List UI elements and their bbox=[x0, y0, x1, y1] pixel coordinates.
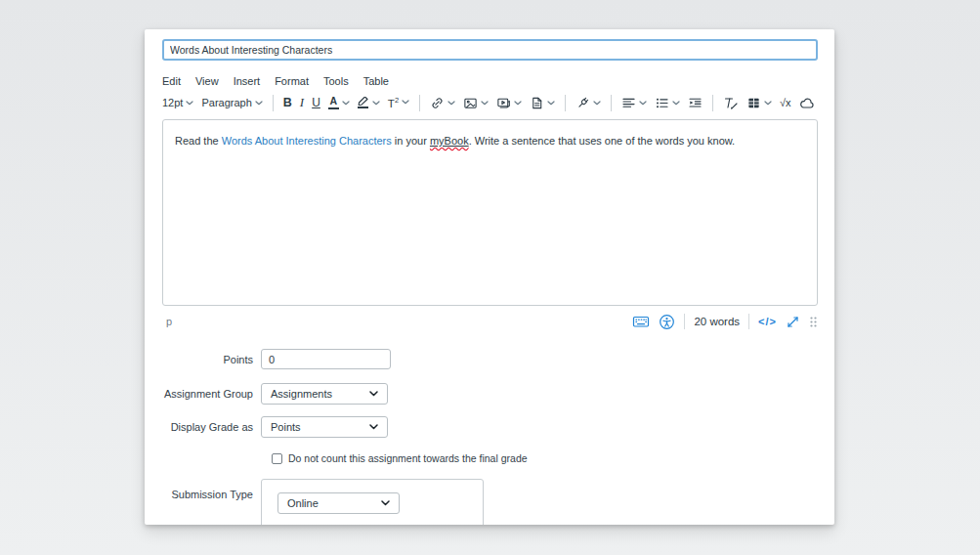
toolbar-separator bbox=[712, 95, 713, 111]
statusbar-separator bbox=[748, 314, 749, 329]
bold-button[interactable]: B bbox=[279, 93, 296, 112]
editor-toolbar: 12pt Paragraph B I U A bbox=[158, 90, 819, 115]
menu-format[interactable]: Format bbox=[275, 75, 309, 87]
editor-text: Read the bbox=[175, 135, 222, 147]
chevron-down-icon bbox=[369, 391, 378, 397]
editor-text: in your bbox=[392, 135, 430, 147]
omit-final-grade-checkbox[interactable] bbox=[272, 453, 282, 464]
images-dropdown[interactable] bbox=[459, 93, 492, 113]
statusbar-separator bbox=[684, 314, 685, 329]
menu-view[interactable]: View bbox=[195, 75, 219, 87]
rich-text-editor-body[interactable]: Read the Words About Interesting Charact… bbox=[162, 119, 818, 306]
editor-text: . Write a sentence that uses one of the … bbox=[469, 135, 736, 147]
word-count-label: 20 words bbox=[694, 316, 740, 327]
chevron-down-icon bbox=[255, 101, 263, 106]
text-color-icon: A bbox=[328, 96, 339, 109]
omit-final-grade-row: Do not count this assignment towards the… bbox=[272, 452, 528, 464]
list-dropdown[interactable] bbox=[651, 93, 684, 113]
underline-icon: U bbox=[312, 96, 320, 109]
indent-icon bbox=[688, 96, 703, 110]
text-color-dropdown[interactable]: A bbox=[324, 93, 354, 112]
bold-icon: B bbox=[283, 96, 292, 109]
menu-edit[interactable]: Edit bbox=[162, 75, 181, 87]
font-size-label: 12pt bbox=[162, 97, 183, 108]
element-path-label[interactable]: p bbox=[162, 316, 172, 327]
toolbar-separator bbox=[565, 95, 566, 111]
font-size-dropdown[interactable]: 12pt bbox=[158, 94, 197, 111]
chevron-down-icon bbox=[481, 101, 489, 106]
chevron-down-icon bbox=[402, 100, 409, 105]
apps-dropdown[interactable] bbox=[572, 93, 605, 113]
link-dropdown[interactable] bbox=[426, 93, 459, 113]
keyboard-shortcuts-icon[interactable] bbox=[632, 314, 650, 329]
chevron-down-icon bbox=[764, 101, 772, 106]
italic-button[interactable]: I bbox=[296, 92, 308, 113]
html-editor-icon[interactable]: </> bbox=[758, 316, 777, 327]
editor-underlined-word: myBook bbox=[430, 135, 469, 147]
resize-drag-handle-icon[interactable] bbox=[809, 316, 818, 328]
assignment-title-input[interactable] bbox=[162, 39, 818, 61]
accessibility-checker-icon[interactable] bbox=[659, 314, 675, 330]
highlighter-icon bbox=[358, 97, 369, 108]
toolbar-separator bbox=[419, 95, 420, 111]
image-icon bbox=[463, 96, 478, 110]
table-icon bbox=[746, 96, 761, 110]
alignment-dropdown[interactable] bbox=[618, 93, 651, 113]
toolbar-separator bbox=[273, 95, 274, 111]
assignment-group-label: Assignment Group bbox=[145, 383, 253, 405]
chevron-down-icon bbox=[547, 101, 555, 106]
submission-type-panel: Online bbox=[261, 479, 484, 525]
equation-icon: √x bbox=[780, 97, 791, 108]
points-label: Points bbox=[145, 349, 253, 370]
highlight-color-dropdown[interactable] bbox=[354, 94, 384, 111]
underline-button[interactable]: U bbox=[308, 93, 324, 112]
omit-final-grade-label: Do not count this assignment towards the… bbox=[288, 452, 528, 464]
points-input[interactable] bbox=[261, 349, 391, 369]
chevron-down-icon bbox=[447, 101, 455, 106]
chevron-down-icon bbox=[672, 101, 680, 106]
fullscreen-expand-icon[interactable] bbox=[786, 315, 800, 329]
submission-type-label: Submission Type bbox=[145, 484, 253, 505]
editor-menubar: Edit View Insert Format Tools Table bbox=[162, 75, 389, 87]
chevron-down-icon bbox=[593, 101, 601, 106]
assignment-group-select[interactable]: Assignments bbox=[261, 383, 388, 405]
chevron-down-icon bbox=[372, 101, 380, 106]
plug-icon bbox=[575, 96, 590, 110]
link-icon bbox=[430, 96, 445, 110]
clear-formatting-button[interactable] bbox=[719, 93, 743, 113]
display-grade-label: Display Grade as bbox=[145, 416, 253, 438]
chevron-down-icon bbox=[186, 101, 193, 106]
menu-insert[interactable]: Insert bbox=[234, 75, 261, 87]
chevron-down-icon bbox=[639, 101, 647, 106]
menu-tools[interactable]: Tools bbox=[323, 75, 349, 87]
editor-paragraph: Read the Words About Interesting Charact… bbox=[175, 133, 805, 149]
equation-button[interactable]: √x bbox=[776, 94, 795, 111]
display-grade-select[interactable]: Points bbox=[261, 416, 388, 438]
editor-link[interactable]: Words About Interesting Characters bbox=[222, 135, 392, 147]
paragraph-style-label: Paragraph bbox=[201, 97, 251, 108]
align-left-icon bbox=[621, 96, 636, 110]
media-dropdown[interactable] bbox=[492, 93, 526, 113]
chevron-down-icon bbox=[342, 101, 350, 106]
indent-button[interactable] bbox=[684, 93, 706, 113]
chevron-down-icon bbox=[381, 500, 390, 506]
media-record-icon bbox=[496, 96, 511, 110]
submission-type-select[interactable]: Online bbox=[277, 492, 400, 514]
chevron-down-icon bbox=[369, 424, 378, 430]
submission-type-value: Online bbox=[287, 497, 319, 509]
display-grade-value: Points bbox=[271, 421, 301, 433]
italic-icon: I bbox=[300, 95, 304, 110]
bullet-list-icon bbox=[655, 96, 669, 110]
cloud-icon bbox=[799, 96, 815, 110]
paragraph-style-dropdown[interactable]: Paragraph bbox=[197, 94, 266, 111]
document-icon bbox=[530, 96, 544, 110]
assignment-edit-card: Edit View Insert Format Tools Table 12pt… bbox=[145, 29, 834, 525]
superscript-dropdown[interactable]: T2 bbox=[384, 93, 413, 112]
embed-button[interactable] bbox=[795, 93, 819, 113]
menu-table[interactable]: Table bbox=[363, 75, 389, 87]
documents-dropdown[interactable] bbox=[526, 93, 559, 113]
page-background: { "title_field": { "value": "Words About… bbox=[0, 0, 980, 555]
table-dropdown[interactable] bbox=[743, 93, 776, 113]
toolbar-separator bbox=[611, 95, 612, 111]
editor-statusbar: p 20 words </> bbox=[162, 309, 818, 334]
